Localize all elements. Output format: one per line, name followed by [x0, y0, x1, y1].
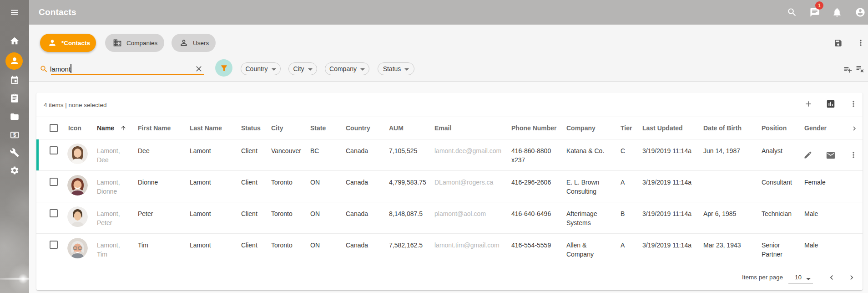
svg-text:$: $	[13, 132, 16, 138]
